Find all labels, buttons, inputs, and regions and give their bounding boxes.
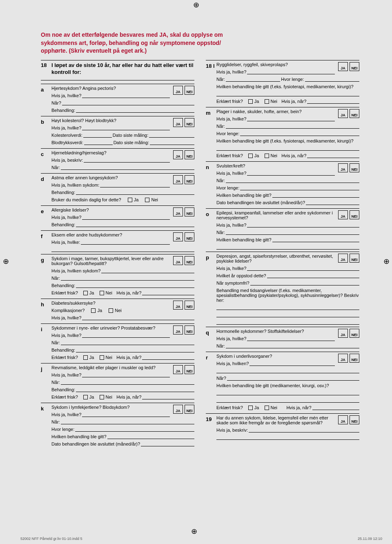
input-line[interactable]: [216, 244, 359, 250]
input-line[interactable]: [76, 387, 194, 392]
input-line[interactable]: [226, 124, 359, 129]
checkbox-ja[interactable]: JA: [338, 62, 348, 71]
input-line[interactable]: [216, 91, 359, 96]
input-line[interactable]: [226, 343, 359, 348]
checkbox-small-ja[interactable]: [83, 291, 88, 295]
input-line[interactable]: [249, 361, 335, 366]
checkbox-small-nei[interactable]: [145, 198, 149, 202]
input-line[interactable]: [84, 158, 170, 163]
checkbox-small-nei[interactable]: [100, 355, 104, 360]
checkbox-ja[interactable]: JA: [338, 109, 348, 118]
input-line[interactable]: [247, 116, 335, 121]
input-line[interactable]: [61, 419, 194, 424]
input-line[interactable]: [247, 336, 335, 341]
checkbox-small-ja[interactable]: [248, 154, 253, 158]
checkbox-small-ja[interactable]: [248, 99, 253, 104]
checkbox-nei[interactable]: NEI: [350, 62, 359, 71]
input-line[interactable]: [272, 237, 359, 242]
checkbox-small-nei[interactable]: [109, 308, 113, 313]
checkbox-ja[interactable]: JA: [338, 329, 348, 338]
input-line[interactable]: [240, 131, 359, 136]
input-line[interactable]: [82, 333, 170, 338]
checkbox-ja[interactable]: JA: [173, 326, 183, 334]
input-line[interactable]: [61, 276, 194, 281]
checkbox-nei[interactable]: NEI: [350, 109, 359, 118]
checkbox-small-nei[interactable]: [100, 291, 104, 295]
input-line[interactable]: [216, 368, 359, 373]
checkbox-nei[interactable]: NEI: [350, 210, 359, 219]
input-line[interactable]: [216, 434, 359, 440]
input-line[interactable]: [150, 140, 194, 145]
checkbox-nei[interactable]: NEI: [350, 163, 359, 172]
checkbox-nei[interactable]: NEI: [350, 354, 359, 363]
input-line[interactable]: [247, 69, 335, 74]
checkbox-ja[interactable]: JA: [338, 415, 348, 424]
checkbox-ja[interactable]: JA: [338, 254, 348, 263]
input-line[interactable]: [51, 246, 194, 252]
input-line[interactable]: [226, 178, 359, 183]
checkbox-ja[interactable]: JA: [173, 207, 183, 216]
checkbox-nei[interactable]: NEI: [185, 232, 194, 241]
input-line[interactable]: [76, 190, 194, 195]
input-line[interactable]: [82, 125, 170, 130]
checkbox-nei[interactable]: NEI: [185, 207, 194, 216]
input-line[interactable]: [216, 304, 359, 310]
checkbox-small-nei[interactable]: [100, 395, 104, 399]
checkbox-ja[interactable]: JA: [173, 301, 183, 310]
input-line[interactable]: [305, 77, 359, 82]
input-line[interactable]: [250, 281, 359, 285]
input-line[interactable]: [84, 140, 113, 145]
checkbox-ja[interactable]: JA: [173, 150, 183, 159]
checkbox-ja[interactable]: JA: [338, 163, 348, 172]
checkbox-ja[interactable]: JA: [173, 118, 183, 127]
input-line[interactable]: [61, 340, 194, 345]
input-line[interactable]: [216, 390, 359, 395]
input-line[interactable]: [81, 240, 170, 245]
checkbox-nei[interactable]: NEI: [185, 365, 194, 374]
checkbox-nei[interactable]: NEI: [185, 175, 194, 184]
input-line[interactable]: [227, 376, 359, 381]
input-line[interactable]: [76, 108, 194, 113]
checkbox-ja[interactable]: JA: [173, 86, 183, 95]
input-line[interactable]: [216, 312, 359, 317]
input-line[interactable]: [307, 99, 359, 104]
input-line[interactable]: [216, 319, 359, 325]
input-line[interactable]: [82, 412, 170, 417]
input-line[interactable]: [142, 355, 194, 360]
input-line[interactable]: [61, 380, 194, 385]
checkbox-nei[interactable]: NEI: [185, 405, 194, 414]
input-line[interactable]: [247, 266, 359, 271]
checkbox-small-ja[interactable]: [128, 198, 132, 202]
input-line[interactable]: [249, 428, 359, 433]
input-line[interactable]: [141, 441, 194, 446]
checkbox-nei[interactable]: NEI: [185, 118, 194, 127]
input-line[interactable]: [101, 268, 194, 273]
input-line[interactable]: [83, 133, 112, 138]
input-line[interactable]: [100, 183, 170, 187]
input-line[interactable]: [82, 93, 170, 98]
checkbox-nei[interactable]: NEI: [185, 301, 194, 310]
checkbox-ja[interactable]: JA: [338, 210, 348, 219]
input-line[interactable]: [76, 283, 194, 288]
checkbox-ja[interactable]: JA: [173, 405, 183, 414]
input-line[interactable]: [76, 222, 194, 227]
checkbox-nei[interactable]: NEI: [350, 254, 359, 263]
input-line[interactable]: [142, 290, 194, 295]
input-line[interactable]: [82, 315, 194, 320]
input-line[interactable]: [82, 215, 170, 220]
checkbox-small-nei[interactable]: [265, 154, 269, 158]
input-line[interactable]: [267, 273, 359, 278]
checkbox-small-nei[interactable]: [265, 99, 269, 104]
input-line[interactable]: [307, 153, 359, 158]
checkbox-nei[interactable]: NEI: [185, 86, 194, 95]
input-line[interactable]: [76, 348, 194, 352]
checkbox-ja[interactable]: JA: [173, 175, 183, 184]
input-line[interactable]: [226, 230, 359, 235]
checkbox-nei[interactable]: NEI: [185, 150, 194, 159]
input-line[interactable]: [149, 133, 194, 138]
input-line[interactable]: [247, 171, 335, 176]
checkbox-ja[interactable]: JA: [173, 256, 183, 265]
checkbox-nei[interactable]: NEI: [185, 326, 194, 334]
checkbox-nei[interactable]: NEI: [350, 329, 359, 338]
input-line[interactable]: [62, 100, 194, 105]
